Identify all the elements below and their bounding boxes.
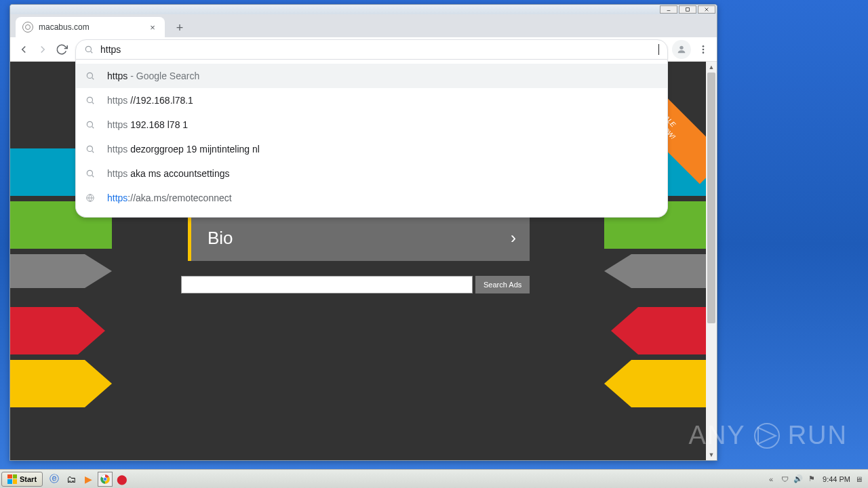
tab-title: macabus.com [39, 22, 147, 32]
suggestion-text: https dezorggroep 19 mijntinteling nl [107, 144, 260, 155]
suggestion-text: https aka ms accountsettings [107, 168, 230, 179]
ie-icon[interactable]: ⓔ [47, 472, 62, 487]
taskbar-apps: ⓔ 🗂 ▶ ⬤ [47, 472, 130, 487]
search-ads-input[interactable] [181, 276, 473, 293]
text-caret [658, 44, 659, 55]
svg-marker-29 [604, 254, 706, 288]
anyrun-watermark: ANY RUN [689, 421, 848, 450]
tab-strip: macabus.com × + [10, 14, 717, 37]
svg-point-21 [703, 52, 705, 54]
decorative-shape [604, 254, 706, 288]
search-icon [85, 71, 95, 81]
minimize-button[interactable] [660, 5, 677, 14]
close-tab-icon[interactable]: × [147, 22, 158, 33]
vertical-scrollbar[interactable]: ▲ ▼ [706, 62, 717, 460]
decorative-shape [604, 307, 706, 354]
play-icon [750, 422, 784, 449]
svg-point-8 [87, 97, 92, 102]
forward-button[interactable] [33, 40, 52, 59]
tray-volume-icon[interactable]: 🔊 [793, 474, 804, 485]
profile-button[interactable] [672, 40, 691, 59]
start-label: Start [20, 475, 37, 483]
suggestion-item[interactable]: https //192.168.l78.1 [76, 88, 667, 113]
svg-rect-1 [686, 8, 690, 12]
opera-icon[interactable]: ⬤ [115, 472, 130, 487]
scrollbar-thumb[interactable] [707, 73, 715, 323]
search-icon [85, 120, 95, 129]
explorer-icon[interactable]: 🗂 [64, 472, 79, 487]
decorative-shape [10, 254, 112, 288]
search-ads-row: Search Ads [181, 276, 530, 293]
svg-point-12 [87, 146, 92, 151]
decorative-shape [10, 360, 112, 407]
omnibox-suggestions: https - Google Search https //192.168.l7… [75, 60, 668, 218]
browser-toolbar: https https - Google Search https //192.… [10, 37, 717, 62]
suggestion-item[interactable]: https aka ms accountsettings [76, 161, 667, 186]
search-icon [84, 45, 94, 54]
tray-flag-icon[interactable]: ⚑ [806, 474, 817, 485]
chrome-menu-button[interactable] [694, 40, 713, 59]
svg-point-10 [87, 121, 92, 127]
search-ads-button[interactable]: Search Ads [475, 276, 530, 293]
scroll-up-arrow[interactable]: ▲ [706, 62, 717, 73]
system-tray: « 🛡 🔊 ⚑ 9:44 PM 🖥 [766, 474, 868, 485]
tray-clock[interactable]: 9:44 PM [823, 475, 850, 483]
globe-icon [22, 22, 33, 33]
suggestion-text: https - Google Search [107, 70, 199, 81]
tray-shield-icon[interactable]: 🛡 [779, 474, 790, 485]
svg-point-20 [703, 48, 705, 50]
svg-line-11 [92, 126, 94, 128]
decorative-shape [604, 360, 706, 407]
suggestion-item[interactable]: https dezorggroep 19 mijntinteling nl [76, 137, 667, 161]
suggestion-text: https 192.168 l78 1 [107, 119, 188, 130]
window-titlebar [10, 5, 717, 14]
address-bar[interactable]: https [75, 39, 668, 60]
suggestion-item[interactable]: https://aka.ms/remoteconnect [76, 186, 667, 210]
browser-window: macabus.com × + https https - Google Sea… [9, 4, 717, 461]
new-tab-button[interactable]: + [170, 18, 189, 37]
search-icon [85, 169, 95, 178]
suggestion-item[interactable]: https 192.168 l78 1 [76, 113, 667, 137]
suggestion-item[interactable]: https - Google Search [76, 64, 667, 88]
svg-marker-31 [604, 360, 706, 407]
back-button[interactable] [14, 40, 33, 59]
browser-tab[interactable]: macabus.com × [16, 17, 165, 37]
decorative-shape [10, 307, 112, 354]
windows-logo-icon [7, 474, 17, 484]
svg-line-15 [92, 175, 94, 177]
svg-marker-32 [758, 428, 776, 444]
bio-category-button[interactable]: Bio › [188, 215, 530, 261]
chrome-icon[interactable] [98, 472, 113, 487]
search-icon [85, 96, 95, 105]
start-button[interactable]: Start [1, 472, 43, 487]
svg-line-9 [92, 102, 94, 104]
svg-marker-25 [10, 307, 105, 354]
suggestion-text: https://aka.ms/remoteconnect [107, 192, 232, 203]
scroll-down-arrow[interactable]: ▼ [706, 449, 717, 460]
bio-label: Bio [208, 228, 511, 249]
omnibox-input[interactable]: https [100, 44, 658, 55]
chevron-right-icon: › [511, 228, 516, 247]
taskbar: Start ⓔ 🗂 ▶ ⬤ « 🛡 🔊 ⚑ 9:44 PM 🖥 [0, 469, 868, 488]
svg-marker-24 [10, 254, 112, 288]
svg-point-18 [679, 45, 683, 49]
maximize-button[interactable] [679, 5, 696, 14]
close-window-button[interactable] [698, 5, 715, 14]
globe-icon [85, 193, 95, 203]
tray-expand-icon[interactable]: « [766, 474, 776, 485]
svg-point-6 [87, 73, 92, 78]
svg-point-4 [85, 46, 91, 52]
svg-point-19 [703, 45, 705, 47]
svg-marker-26 [10, 360, 112, 407]
reload-button[interactable] [52, 40, 71, 59]
svg-marker-30 [611, 307, 706, 354]
tray-desktop-icon[interactable]: 🖥 [853, 474, 864, 485]
svg-line-13 [92, 150, 94, 152]
omnibox-container: https https - Google Search https //192.… [75, 39, 668, 60]
search-icon [85, 144, 95, 154]
svg-point-36 [103, 477, 106, 481]
svg-line-5 [91, 51, 93, 53]
svg-point-14 [87, 170, 92, 176]
svg-line-7 [92, 77, 94, 79]
media-player-icon[interactable]: ▶ [81, 472, 96, 487]
